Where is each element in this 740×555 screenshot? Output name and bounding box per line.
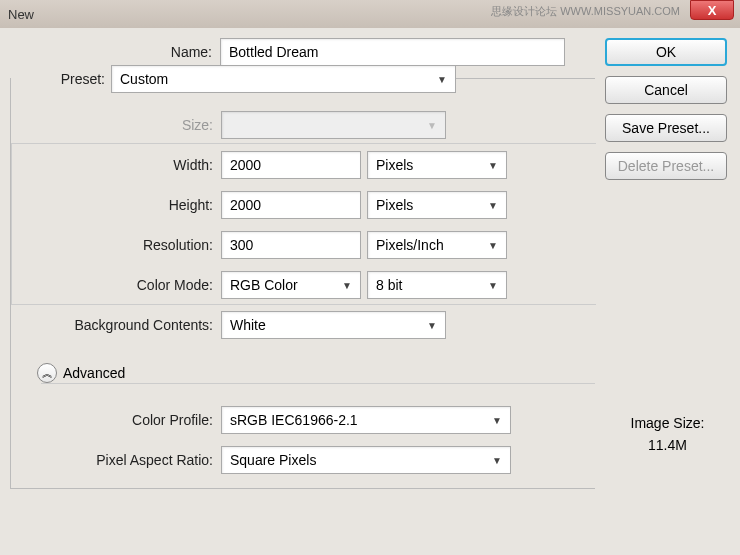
width-input[interactable]: [221, 151, 361, 179]
aspect-ratio-value: Square Pixels: [230, 452, 316, 468]
name-label: Name:: [10, 44, 220, 60]
height-unit-value: Pixels: [376, 197, 413, 213]
close-icon: X: [708, 3, 717, 18]
bit-depth-select[interactable]: 8 bit ▼: [367, 271, 507, 299]
save-preset-button[interactable]: Save Preset...: [605, 114, 727, 142]
color-profile-label: Color Profile:: [11, 412, 221, 428]
image-size-value: 11.4M: [605, 437, 730, 453]
chevron-down-icon: ▼: [492, 415, 502, 426]
cancel-button[interactable]: Cancel: [605, 76, 727, 104]
bg-contents-value: White: [230, 317, 266, 333]
width-unit-select[interactable]: Pixels ▼: [367, 151, 507, 179]
chevron-down-icon: ▼: [492, 455, 502, 466]
size-label: Size:: [11, 117, 221, 133]
resolution-unit-value: Pixels/Inch: [376, 237, 444, 253]
delete-preset-button: Delete Preset...: [605, 152, 727, 180]
height-unit-select[interactable]: Pixels ▼: [367, 191, 507, 219]
bg-contents-select[interactable]: White ▼: [221, 311, 446, 339]
resolution-unit-select[interactable]: Pixels/Inch ▼: [367, 231, 507, 259]
height-label: Height:: [11, 197, 221, 213]
chevron-down-icon: ▼: [437, 74, 447, 85]
image-size-label: Image Size:: [605, 415, 730, 431]
dialog-content: Name: Preset: Custom ▼ Size: ▼: [0, 28, 740, 489]
preset-fieldset: Preset: Custom ▼ Size: ▼ Width:: [10, 78, 595, 489]
close-button[interactable]: X: [690, 0, 734, 20]
color-mode-value: RGB Color: [230, 277, 298, 293]
bg-contents-label: Background Contents:: [11, 317, 221, 333]
height-input[interactable]: [221, 191, 361, 219]
bit-depth-value: 8 bit: [376, 277, 402, 293]
chevron-down-icon: ▼: [488, 240, 498, 251]
preset-value: Custom: [120, 71, 168, 87]
sidebar: OK Cancel Save Preset... Delete Preset..…: [595, 38, 730, 489]
chevron-down-icon: ▼: [488, 200, 498, 211]
color-profile-value: sRGB IEC61966-2.1: [230, 412, 358, 428]
aspect-ratio-label: Pixel Aspect Ratio:: [11, 452, 221, 468]
image-size-info: Image Size: 11.4M: [605, 415, 730, 453]
color-profile-select[interactable]: sRGB IEC61966-2.1 ▼: [221, 406, 511, 434]
titlebar: New 思缘设计论坛 WWW.MISSYUAN.COM X: [0, 0, 740, 28]
chevron-down-icon: ▼: [427, 120, 437, 131]
window-title: New: [8, 7, 34, 22]
form-area: Name: Preset: Custom ▼ Size: ▼: [0, 38, 595, 489]
preset-label: Preset:: [11, 71, 111, 87]
aspect-ratio-select[interactable]: Square Pixels ▼: [221, 446, 511, 474]
size-select: ▼: [221, 111, 446, 139]
advanced-label: Advanced: [63, 365, 125, 381]
chevron-down-icon: ▼: [342, 280, 352, 291]
color-mode-label: Color Mode:: [11, 277, 221, 293]
chevron-down-icon: ▼: [488, 160, 498, 171]
preset-select[interactable]: Custom ▼: [111, 65, 456, 93]
chevron-down-icon: ▼: [427, 320, 437, 331]
color-mode-select[interactable]: RGB Color ▼: [221, 271, 361, 299]
resolution-input[interactable]: [221, 231, 361, 259]
chevron-up-icon: ︽: [37, 363, 57, 383]
ok-button[interactable]: OK: [605, 38, 727, 66]
watermark: 思缘设计论坛 WWW.MISSYUAN.COM: [491, 4, 680, 19]
width-unit-value: Pixels: [376, 157, 413, 173]
name-input[interactable]: [220, 38, 565, 66]
resolution-label: Resolution:: [11, 237, 221, 253]
advanced-toggle[interactable]: ︽ Advanced: [31, 363, 131, 383]
width-label: Width:: [11, 157, 221, 173]
chevron-down-icon: ▼: [488, 280, 498, 291]
